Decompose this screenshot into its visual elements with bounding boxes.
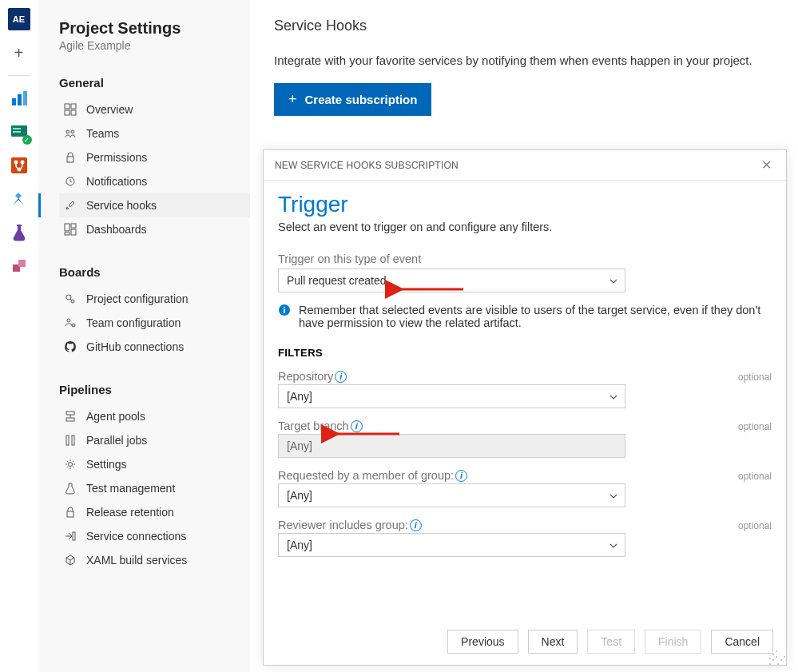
svg-point-8 — [20, 161, 24, 165]
filter-requested-by-select[interactable]: [Any] — [278, 483, 625, 507]
filter-target-branch-label: Target branch — [278, 420, 349, 432]
filter-repository-select[interactable]: [Any] — [278, 384, 625, 408]
rail-test-plans-icon[interactable] — [8, 221, 30, 244]
filters-heading: FILTERS — [278, 347, 772, 359]
section-title-boards: Boards — [59, 265, 250, 279]
svg-point-28 — [72, 324, 75, 327]
svg-rect-14 — [71, 104, 76, 109]
rail-repos-icon[interactable] — [8, 154, 30, 177]
nav-project-configuration[interactable]: Project configuration — [59, 287, 250, 311]
check-badge-icon: ✓ — [22, 135, 32, 145]
svg-rect-31 — [66, 435, 69, 445]
optional-label: optional — [738, 520, 772, 531]
hint-icon[interactable]: i — [410, 519, 422, 531]
parallel-jobs-icon — [64, 434, 77, 447]
resize-grip-icon[interactable]: ⋰⋰⋰ — [768, 652, 784, 663]
svg-point-27 — [67, 319, 70, 322]
optional-label: optional — [738, 421, 772, 432]
nav-overview[interactable]: Overview — [59, 97, 250, 121]
chevron-down-icon — [609, 276, 618, 286]
nav-label: GitHub connections — [86, 340, 184, 353]
nav-label: Teams — [86, 127, 119, 140]
nav-teams[interactable]: Teams — [59, 121, 250, 145]
svg-rect-19 — [67, 157, 73, 162]
nav-xaml-build-services[interactable]: XAML build services — [59, 548, 250, 572]
create-subscription-button[interactable]: + Create subscription — [274, 83, 431, 116]
dialog-info-text: Remember that selected events are visibl… — [299, 304, 772, 329]
test-mgmt-icon — [64, 482, 77, 495]
svg-rect-5 — [13, 131, 21, 133]
svg-rect-0 — [12, 98, 16, 105]
nav-permissions[interactable]: Permissions — [59, 145, 250, 169]
service-hooks-icon — [64, 199, 77, 212]
nav-team-configuration[interactable]: Team configuration — [59, 311, 250, 335]
rail-boards-icon[interactable]: ✓ — [8, 121, 30, 143]
overview-icon — [64, 103, 77, 116]
nav-label: Permissions — [86, 151, 147, 164]
xaml-icon — [64, 554, 77, 567]
svg-rect-21 — [65, 224, 69, 231]
hint-icon[interactable]: i — [455, 470, 467, 482]
svg-point-7 — [14, 161, 18, 165]
dialog-close-button[interactable]: ✕ — [758, 157, 775, 173]
nav-agent-pools[interactable]: Agent pools — [59, 404, 250, 428]
sidebar-title: Project Settings — [59, 19, 250, 38]
chevron-down-icon — [609, 392, 618, 402]
add-project-button[interactable]: + — [8, 42, 30, 64]
nav-label: Release retention — [86, 506, 174, 519]
filter-repository-value: [Any] — [287, 390, 312, 403]
nav-rail: AE + ✓ — [0, 0, 38, 672]
svg-rect-30 — [66, 418, 74, 421]
nav-settings[interactable]: Settings — [59, 452, 250, 476]
rail-pipelines-icon[interactable] — [8, 188, 30, 210]
hint-icon[interactable]: i — [351, 420, 363, 432]
nav-release-retention[interactable]: Release retention — [59, 500, 250, 524]
nav-parallel-jobs[interactable]: Parallel jobs — [59, 428, 250, 452]
nav-github-connections[interactable]: GitHub connections — [59, 335, 250, 359]
nav-label: Overview — [86, 103, 133, 116]
nav-label: Project configuration — [86, 292, 189, 305]
dashboards-icon — [64, 223, 77, 236]
svg-rect-12 — [18, 260, 26, 267]
dialog-footer: Previous Next Test Finish Cancel — [447, 630, 773, 654]
team-config-icon — [64, 316, 77, 329]
nav-test-management[interactable]: Test management — [59, 476, 250, 500]
nav-label: XAML build services — [86, 554, 187, 567]
svg-rect-29 — [66, 412, 74, 415]
rail-overview-icon[interactable] — [8, 87, 30, 109]
nav-label: Notifications — [86, 175, 147, 188]
settings-icon — [64, 458, 77, 471]
svg-rect-10 — [17, 225, 22, 226]
cancel-button[interactable]: Cancel — [711, 630, 773, 654]
nav-dashboards[interactable]: Dashboards — [59, 217, 250, 241]
filter-reviewer-select[interactable]: [Any] — [278, 533, 625, 557]
chevron-down-icon — [609, 491, 618, 501]
event-type-select[interactable]: Pull request created — [278, 268, 625, 292]
svg-rect-23 — [71, 229, 76, 235]
svg-rect-4 — [13, 128, 21, 129]
svg-point-17 — [66, 130, 69, 133]
next-button[interactable]: Next — [528, 630, 578, 654]
settings-sidebar: Project Settings Agile Example General O… — [38, 0, 250, 672]
nav-service-hooks[interactable]: Service hooks — [59, 193, 250, 217]
svg-rect-1 — [18, 94, 22, 105]
permissions-icon — [64, 151, 77, 164]
svg-rect-16 — [71, 110, 76, 115]
svg-rect-15 — [65, 110, 69, 115]
hint-icon[interactable]: i — [335, 371, 347, 383]
svg-rect-13 — [65, 104, 69, 109]
previous-button[interactable]: Previous — [447, 630, 518, 654]
page-description: Integrate with your favorite services by… — [274, 54, 774, 67]
filter-target-branch-value: [Any] — [287, 439, 312, 452]
nav-label: Dashboards — [86, 223, 147, 236]
finish-button: Finish — [645, 630, 701, 654]
filter-requested-by-value: [Any] — [287, 489, 312, 502]
project-avatar[interactable]: AE — [8, 8, 30, 30]
notifications-icon — [64, 175, 77, 188]
rail-artifacts-icon[interactable] — [8, 255, 30, 277]
svg-rect-34 — [67, 511, 73, 517]
nav-notifications[interactable]: Notifications — [59, 169, 250, 193]
nav-service-connections[interactable]: Service connections — [59, 524, 250, 548]
filter-reviewer-label: Reviewer includes group: — [278, 519, 408, 531]
plus-icon: + — [288, 91, 297, 108]
